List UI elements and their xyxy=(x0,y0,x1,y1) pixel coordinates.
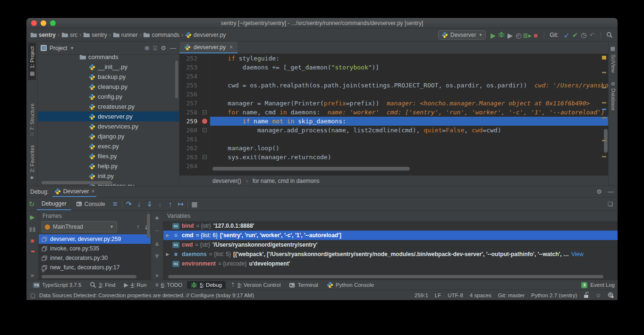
breadcrumb-file[interactable]: devserver.py xyxy=(185,32,226,38)
vcs-commit-icon[interactable]: ✔ xyxy=(571,31,579,39)
vcs-history-icon[interactable]: ◷ xyxy=(579,31,588,39)
tree-item-help-py[interactable]: help.py xyxy=(38,161,179,171)
minimize-button[interactable] xyxy=(41,20,46,26)
line-number[interactable]: 262 xyxy=(179,144,199,153)
code-line-253[interactable]: 253 daemons += [_get_daemon("storybook")… xyxy=(179,63,608,72)
run-button[interactable]: ▶ xyxy=(489,31,497,40)
line-number[interactable]: 254 xyxy=(179,72,199,81)
code-area[interactable]: 252 if styleguide:253 daemons += [_get_d… xyxy=(179,54,608,175)
step-into-button[interactable]: ↓ xyxy=(134,200,144,208)
project-view-title[interactable]: Project xyxy=(50,45,67,52)
breadcrumb-item[interactable]: commands xyxy=(143,32,179,38)
tree-item-config-py[interactable]: config.py xyxy=(38,92,179,102)
zoom-button[interactable] xyxy=(50,20,56,26)
tree-item-devserver-py[interactable]: devserver.py xyxy=(38,112,179,121)
expand-arrow-icon[interactable]: ▶ xyxy=(165,233,170,238)
force-step-into-button[interactable]: ↓ xyxy=(155,200,165,208)
frame-row[interactable]: devserver, devserver.py:259 xyxy=(39,234,151,244)
stop-button[interactable]: ■ xyxy=(531,31,540,40)
frame-up-icon[interactable]: ↑ xyxy=(136,223,140,231)
status-item[interactable]: UTF-8 xyxy=(448,292,463,298)
code-text[interactable] xyxy=(210,90,608,99)
code-text[interactable] xyxy=(210,135,608,144)
proxy-settings-icon[interactable] xyxy=(608,292,614,298)
stripe-mark[interactable] xyxy=(602,56,606,60)
toolwindow-typescript-3-7-5[interactable]: TSTypeScript 3.7.5 xyxy=(29,282,85,288)
move-down-button[interactable]: ▼ xyxy=(153,252,161,260)
locate-file-icon[interactable]: ⊕ xyxy=(144,44,150,52)
code-text[interactable]: manager.add_process(name, list2cmdline(c… xyxy=(210,126,608,135)
code-text[interactable]: sys.exit(manager.returncode) xyxy=(210,153,608,162)
settings-gear-icon[interactable]: ⚙ xyxy=(596,188,602,195)
line-number[interactable]: 256 xyxy=(179,90,199,99)
status-item[interactable]: 259:1 xyxy=(415,292,428,298)
variable-row-cmd[interactable]: ▶≣cmd= {list: 6}['sentry', 'run', 'worke… xyxy=(163,231,618,240)
line-number[interactable]: 252 xyxy=(179,54,199,63)
rerun-button[interactable]: ↻ xyxy=(26,200,37,208)
toolwindow-terminal[interactable]: Terminal xyxy=(285,282,322,289)
fold-marker-icon[interactable]: – xyxy=(203,110,207,114)
code-line-255[interactable]: 255 cwd = os.path.realpath(os.path.join(… xyxy=(179,81,608,90)
tree-item-commands[interactable]: commands xyxy=(38,55,179,62)
debug-tab-debugger[interactable]: Debugger xyxy=(37,198,71,210)
add-watch-button[interactable]: + xyxy=(155,214,159,222)
expand-arrow-icon[interactable]: ▶ xyxy=(165,252,170,257)
close-icon[interactable]: × xyxy=(229,44,233,51)
stripe-mark[interactable] xyxy=(602,117,606,119)
line-number[interactable]: 258 xyxy=(179,108,199,117)
coverage-button[interactable]: ▶ xyxy=(506,31,514,40)
pause-button[interactable]: ▮▮ xyxy=(29,225,35,232)
collapse-all-icon[interactable]: ⍗ xyxy=(153,44,157,52)
code-text[interactable]: for name, cmd in daemons: name: 'worker'… xyxy=(210,108,608,117)
code-line-258[interactable]: 258– for name, cmd in daemons: name: 'wo… xyxy=(179,108,608,117)
close-button[interactable] xyxy=(31,20,37,26)
code-line-261[interactable]: 261 xyxy=(179,135,608,144)
more-icon[interactable]: » xyxy=(31,272,34,279)
search-everywhere-button[interactable] xyxy=(605,31,614,39)
tree-item--init-py[interactable]: __init__.py xyxy=(38,62,179,72)
tool-tab-favorites[interactable]: ★2: Favorites xyxy=(28,141,36,184)
evaluate-expression-button[interactable]: ▦ xyxy=(189,200,200,208)
code-text[interactable]: cwd = os.path.realpath(os.path.join(sett… xyxy=(210,81,608,90)
editor-breadcrumb-item[interactable]: devserver() xyxy=(212,178,241,184)
status-item[interactable]: 4 spaces xyxy=(470,292,491,298)
profiler-button[interactable]: ◴ xyxy=(514,31,523,40)
settings-gear-icon[interactable]: ⚙ xyxy=(161,44,166,52)
fold-marker-icon[interactable]: – xyxy=(203,128,207,132)
variable-row-cwd[interactable]: 01cwd= {str}'/Users/ryanskonnord/getsent… xyxy=(163,240,618,249)
chevron-down-icon[interactable]: ▼ xyxy=(70,46,74,51)
resume-button[interactable]: ▶ xyxy=(30,214,35,221)
tree-item-files-py[interactable]: files.py xyxy=(38,151,179,161)
toolwindow-4-run[interactable]: ▶4: Run xyxy=(120,281,151,289)
project-scrollbar-horizontal[interactable] xyxy=(42,181,112,184)
hide-panel-icon[interactable]: — xyxy=(608,188,614,195)
frame-row[interactable]: new_func, decorators.py:17 xyxy=(39,263,151,272)
toolwindow-9-version-control[interactable]: ⇡9: Version Control xyxy=(227,281,284,289)
restore-layout-icon[interactable]: ❏ xyxy=(608,201,613,207)
status-item[interactable]: Python 2.7 (sentry) xyxy=(531,292,577,298)
more-icon[interactable]: » xyxy=(42,267,45,274)
variables-scrollbar-horizontal[interactable] xyxy=(168,275,603,278)
stripe-mark[interactable] xyxy=(602,109,606,110)
tool-tab-structure[interactable]: ∷7: Structure xyxy=(28,100,36,139)
line-number[interactable]: 255 xyxy=(179,81,199,90)
toolwindow-5-debug[interactable]: 5: Debug xyxy=(187,281,226,289)
step-out-button[interactable]: ↑ xyxy=(165,200,176,208)
debug-session-tab[interactable]: Devserver × xyxy=(52,187,97,197)
unlock-icon[interactable] xyxy=(584,292,589,298)
close-icon[interactable]: × xyxy=(91,188,94,195)
view-link[interactable]: View xyxy=(571,251,584,258)
frame-row[interactable]: inner, decorators.py:30 xyxy=(39,253,151,263)
tree-item-createuser-py[interactable]: createuser.py xyxy=(38,102,179,112)
stripe-mark[interactable] xyxy=(602,87,606,88)
more-icon[interactable]: » xyxy=(155,272,159,279)
variable-row-daemons[interactable]: ▶≣daemons= {list: 5}[('webpack', ['/User… xyxy=(163,249,618,259)
code-line-252[interactable]: 252 if styleguide: xyxy=(179,54,608,63)
stripe-mark[interactable] xyxy=(602,102,606,103)
data-sources-icon[interactable]: ▢ xyxy=(30,292,35,299)
code-text[interactable] xyxy=(210,72,608,81)
tool-tab-sciview[interactable]: ▦SciView xyxy=(609,43,617,77)
run-to-cursor-button[interactable]: ↦ xyxy=(176,200,186,208)
dumb-mode-icon[interactable]: ☺ xyxy=(595,292,601,298)
code-line-260[interactable]: 260– manager.add_process(name, list2cmdl… xyxy=(179,126,608,135)
